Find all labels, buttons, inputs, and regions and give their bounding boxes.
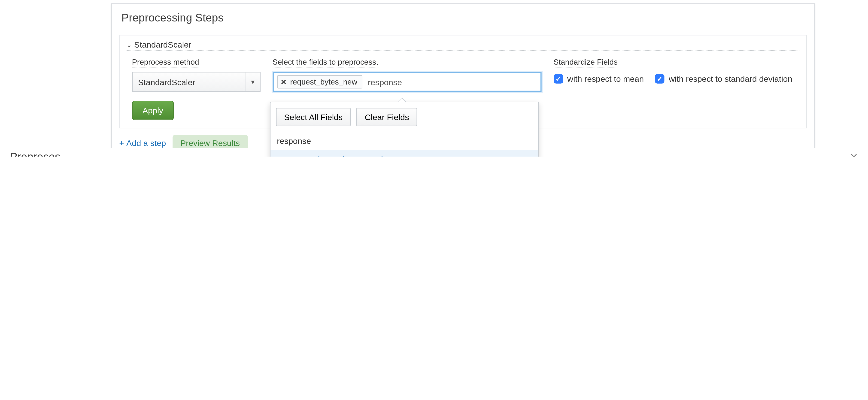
add-step-link[interactable]: + Add a step	[119, 139, 166, 148]
step-header[interactable]: ⌄ StandardScaler	[126, 40, 799, 51]
app-root: { "panel": { "title": "Preprocessing Ste…	[0, 0, 868, 157]
check-mean-label: with respect to mean	[567, 74, 644, 84]
token-text: request_bytes_new	[290, 78, 357, 86]
stdfields-label: Standardize Fields	[553, 58, 618, 67]
remove-token-icon[interactable]: ✕	[281, 78, 287, 86]
plus-icon: +	[119, 139, 124, 148]
check-mean[interactable]: ✓ with respect to mean	[553, 74, 644, 84]
method-col: Preprocess method StandardScaler ▼	[132, 58, 260, 92]
dropdown-option[interactable]: response	[270, 132, 538, 150]
method-value: StandardScaler	[132, 72, 246, 91]
step-name: StandardScaler	[134, 40, 191, 49]
add-step-label: Add a step	[126, 139, 166, 148]
field-typed-text: response	[366, 77, 402, 87]
fields-dropdown: Select All Fields Clear Fields response …	[270, 102, 539, 157]
clear-fields-button[interactable]: Clear Fields	[356, 108, 417, 126]
dropdown-option-highlighted[interactable]: response_time_microseconds_new	[270, 150, 538, 157]
checkbox-checked-icon: ✓	[655, 74, 664, 84]
std-col: Standardize Fields ✓ with respect to mea…	[553, 58, 792, 84]
check-std-label: with respect to standard deviation	[669, 74, 792, 84]
step-box: ⌄ StandardScaler Preprocess method Stand…	[119, 35, 806, 128]
fields-multiselect[interactable]: ✕ request_bytes_new response	[273, 72, 541, 92]
fields-label: Select the fields to preprocess.	[273, 58, 378, 67]
close-icon[interactable]: ✕	[850, 151, 858, 157]
apply-button[interactable]: Apply	[132, 101, 174, 120]
preview-title: Preproces	[10, 150, 60, 157]
check-std[interactable]: ✓ with respect to standard deviation	[655, 74, 792, 84]
select-all-fields-button[interactable]: Select All Fields	[276, 108, 351, 126]
card-title: Preprocessing Steps	[112, 4, 814, 29]
method-select[interactable]: StandardScaler ▼	[132, 72, 260, 92]
fields-col: Select the fields to preprocess. ✕ reque…	[273, 58, 541, 92]
caret-down-icon: ▼	[245, 72, 259, 91]
method-label: Preprocess method	[132, 58, 199, 67]
preprocessing-card: Preprocessing Steps ⌄ StandardScaler Pre…	[111, 3, 814, 157]
chevron-down-icon: ⌄	[126, 41, 132, 49]
field-token[interactable]: ✕ request_bytes_new	[277, 75, 363, 88]
checkbox-checked-icon: ✓	[553, 74, 563, 84]
